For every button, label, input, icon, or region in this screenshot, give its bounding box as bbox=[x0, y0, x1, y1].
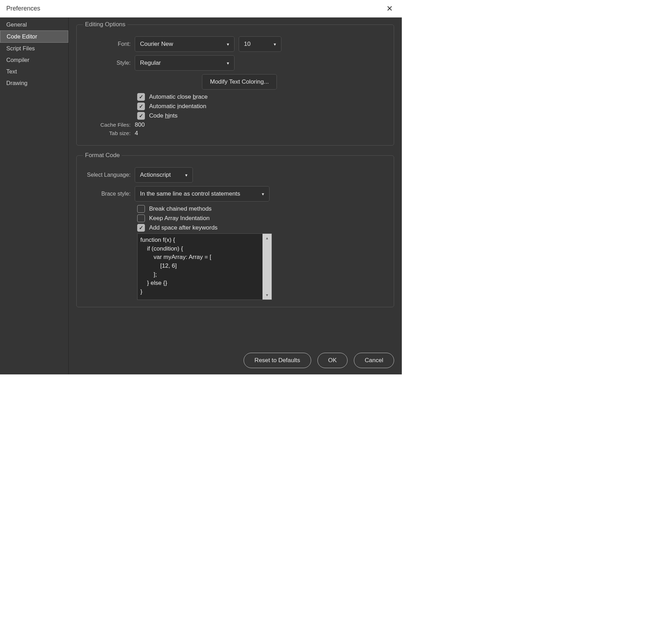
sidebar-item-label: Compiler bbox=[6, 57, 29, 63]
brace-style-value: In the same line as control statements bbox=[140, 190, 240, 197]
keep-array-row: Keep Array Indentation bbox=[137, 214, 387, 222]
preferences-window: Preferences ✕ General Code Editor Script… bbox=[0, 0, 402, 374]
auto-close-brace-label: Automatic close brace bbox=[149, 93, 208, 100]
modify-text-coloring-button[interactable]: Modify Text Coloring... bbox=[202, 74, 277, 90]
auto-indent-row: Automatic indentation bbox=[137, 103, 387, 110]
language-label: Select Language: bbox=[83, 172, 135, 178]
auto-close-brace-row: Automatic close brace bbox=[137, 93, 387, 101]
sidebar-item-script-files[interactable]: Script Files bbox=[0, 43, 68, 54]
format-code-legend: Format Code bbox=[83, 152, 122, 159]
tab-size-value[interactable]: 4 bbox=[135, 130, 138, 137]
keep-array-label: Keep Array Indentation bbox=[149, 215, 210, 222]
auto-indent-label: Automatic indentation bbox=[149, 103, 206, 110]
cache-files-row: Cache Files: 800 bbox=[83, 121, 387, 128]
scroll-up-icon[interactable]: ▴ bbox=[266, 235, 268, 241]
scroll-down-icon[interactable]: ▾ bbox=[266, 292, 268, 298]
code-hints-checkbox[interactable] bbox=[137, 112, 145, 120]
add-space-label: Add space after keywords bbox=[149, 224, 218, 231]
chevron-down-icon: ▾ bbox=[227, 42, 229, 47]
chevron-down-icon: ▾ bbox=[274, 42, 276, 47]
sidebar: General Code Editor Script Files Compile… bbox=[0, 17, 69, 374]
font-row: Font: Courier New ▾ 10 ▾ bbox=[83, 36, 387, 52]
ok-button[interactable]: OK bbox=[317, 353, 348, 368]
footer: Reset to Defaults OK Cancel bbox=[76, 346, 394, 368]
font-label: Font: bbox=[83, 41, 135, 47]
auto-indent-checkbox[interactable] bbox=[137, 103, 145, 110]
sidebar-item-general[interactable]: General bbox=[0, 19, 68, 30]
code-hints-row: Code hints bbox=[137, 112, 387, 120]
style-select[interactable]: Regular ▾ bbox=[135, 55, 234, 71]
sidebar-item-text[interactable]: Text bbox=[0, 66, 68, 77]
tab-size-label: Tab size: bbox=[83, 130, 135, 136]
sidebar-item-label: General bbox=[6, 21, 27, 28]
format-code-group: Format Code Select Language: Actionscrip… bbox=[76, 152, 394, 307]
sidebar-item-label: Script Files bbox=[6, 45, 35, 51]
language-select-value: Actionscript bbox=[140, 171, 171, 178]
break-chained-row: Break chained methods bbox=[137, 205, 387, 213]
font-size-select[interactable]: 10 ▾ bbox=[239, 36, 281, 52]
sidebar-item-label: Drawing bbox=[6, 80, 28, 86]
modify-coloring-row: Modify Text Coloring... bbox=[202, 74, 387, 90]
window-body: General Code Editor Script Files Compile… bbox=[0, 17, 402, 374]
close-icon[interactable]: ✕ bbox=[384, 3, 396, 15]
break-chained-checkbox[interactable] bbox=[137, 205, 145, 213]
scrollbar[interactable]: ▴ ▾ bbox=[262, 234, 272, 300]
sidebar-item-drawing[interactable]: Drawing bbox=[0, 77, 68, 89]
brace-style-row: Brace style: In the same line as control… bbox=[83, 186, 387, 202]
chevron-down-icon: ▾ bbox=[185, 173, 188, 178]
cache-files-value[interactable]: 800 bbox=[135, 121, 145, 128]
content-pane: Editing Options Font: Courier New ▾ 10 ▾… bbox=[69, 17, 402, 374]
sidebar-item-code-editor[interactable]: Code Editor bbox=[0, 30, 68, 43]
language-row: Select Language: Actionscript ▾ bbox=[83, 167, 387, 183]
tab-size-row: Tab size: 4 bbox=[83, 130, 387, 137]
code-hints-label: Code hints bbox=[149, 112, 177, 119]
font-select-value: Courier New bbox=[140, 41, 173, 48]
window-title: Preferences bbox=[6, 5, 40, 12]
language-select[interactable]: Actionscript ▾ bbox=[135, 167, 193, 183]
keep-array-checkbox[interactable] bbox=[137, 214, 145, 222]
style-row: Style: Regular ▾ bbox=[83, 55, 387, 71]
add-space-row: Add space after keywords bbox=[137, 224, 387, 232]
cache-files-label: Cache Files: bbox=[83, 122, 135, 128]
auto-close-brace-checkbox[interactable] bbox=[137, 93, 145, 101]
style-select-value: Regular bbox=[140, 59, 161, 66]
sidebar-item-compiler[interactable]: Compiler bbox=[0, 54, 68, 66]
cancel-button[interactable]: Cancel bbox=[354, 353, 394, 368]
brace-style-label: Brace style: bbox=[83, 191, 135, 197]
style-label: Style: bbox=[83, 60, 135, 66]
code-preview-text: function f(x) { if (condition) { var myA… bbox=[140, 236, 261, 297]
brace-style-select[interactable]: In the same line as control statements ▾ bbox=[135, 186, 270, 202]
font-select[interactable]: Courier New ▾ bbox=[135, 36, 234, 52]
reset-defaults-button[interactable]: Reset to Defaults bbox=[244, 353, 311, 368]
add-space-checkbox[interactable] bbox=[137, 224, 145, 232]
sidebar-item-label: Code Editor bbox=[7, 33, 37, 40]
font-size-value: 10 bbox=[244, 41, 251, 48]
titlebar: Preferences ✕ bbox=[0, 0, 402, 17]
editing-options-legend: Editing Options bbox=[83, 21, 127, 28]
chevron-down-icon: ▾ bbox=[262, 191, 264, 197]
chevron-down-icon: ▾ bbox=[227, 61, 229, 66]
sidebar-item-label: Text bbox=[6, 68, 17, 75]
code-preview: function f(x) { if (condition) { var myA… bbox=[137, 233, 272, 300]
editing-options-group: Editing Options Font: Courier New ▾ 10 ▾… bbox=[76, 21, 394, 146]
break-chained-label: Break chained methods bbox=[149, 205, 212, 212]
